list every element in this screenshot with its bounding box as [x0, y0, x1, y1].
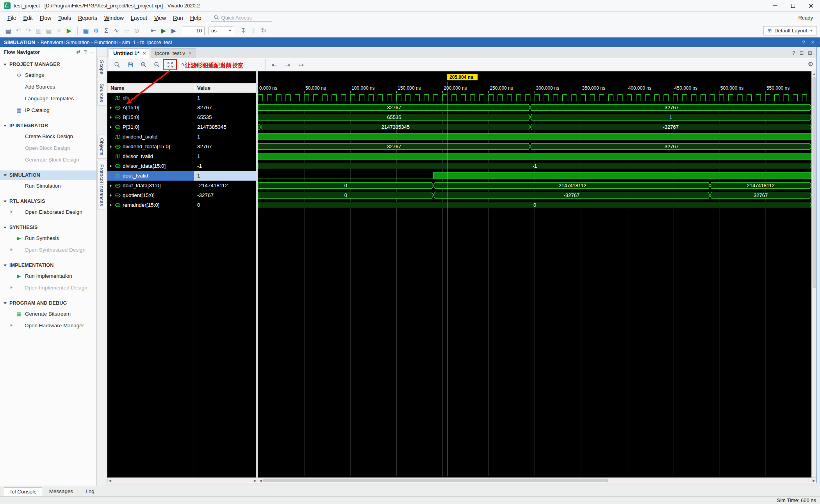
- menu-file[interactable]: File: [4, 13, 20, 23]
- menu-view[interactable]: View: [151, 13, 169, 23]
- scroll-left-icon[interactable]: ◀: [109, 479, 111, 483]
- expand-chevron-icon[interactable]: [110, 116, 112, 119]
- flow-section-header-rtl-analysis[interactable]: RTL ANALYSIS: [0, 197, 96, 206]
- waveform-canvas[interactable]: 0.000 ns50.000 ns100.000 ns150.000 ns200…: [258, 71, 811, 477]
- settings-icon[interactable]: ⚙: [91, 26, 101, 36]
- menu-edit[interactable]: Edit: [20, 13, 36, 23]
- flow-item-open-synthesized-design[interactable]: Open Synthesized Design: [0, 244, 96, 256]
- close-context-icon[interactable]: ×: [811, 39, 814, 45]
- signal-row-dividend-tvalid[interactable]: dividend_tvalid: [107, 132, 194, 142]
- wave-horizontal-scrollbar[interactable]: ◀ ▶: [258, 478, 816, 483]
- maximize-panel-icon[interactable]: ⊞: [808, 50, 812, 56]
- signal-row-p-31-0[interactable]: P[31:0]: [107, 122, 194, 132]
- menu-help[interactable]: Help: [187, 13, 205, 23]
- side-tab-sources[interactable]: Sources: [97, 80, 106, 106]
- redo-icon[interactable]: ↷: [23, 26, 34, 36]
- float-window-icon[interactable]: ⊡: [799, 50, 804, 56]
- close-tab-icon[interactable]: ×: [189, 50, 192, 56]
- bottom-tab-log[interactable]: Log: [80, 487, 100, 496]
- help-icon[interactable]: ?: [802, 39, 805, 45]
- flow-item-open-block-design[interactable]: Open Block Design: [0, 142, 96, 154]
- goto-end-icon[interactable]: ⇥: [281, 59, 294, 70]
- paste-icon[interactable]: ▤: [44, 26, 54, 36]
- close-tab-icon[interactable]: ×: [143, 50, 146, 56]
- search-icon[interactable]: [111, 59, 124, 70]
- expand-chevron-icon[interactable]: [110, 194, 112, 197]
- help-icon[interactable]: ?: [792, 50, 795, 56]
- run-icon[interactable]: ▶: [64, 26, 74, 36]
- bus-segment-p-31-0[interactable]: [258, 124, 261, 130]
- flow-section-header-implementation[interactable]: IMPLEMENTATION: [0, 261, 96, 270]
- vertical-scrollbar-thumb[interactable]: [813, 77, 816, 288]
- side-tab-objects[interactable]: Objects: [97, 135, 106, 159]
- expand-chevron-icon[interactable]: [110, 165, 112, 168]
- restart-icon[interactable]: ⇤: [148, 26, 159, 36]
- flow-item-create-block-design[interactable]: Create Block Design: [0, 130, 96, 142]
- scroll-right-icon[interactable]: ▶: [254, 479, 257, 483]
- maximize-button[interactable]: [784, 0, 802, 11]
- edit-icon[interactable]: ▱: [121, 26, 132, 36]
- menu-tools[interactable]: Tools: [55, 13, 75, 23]
- bottom-tab-messages[interactable]: Messages: [44, 487, 79, 496]
- flow-item-run-synthesis[interactable]: ▶Run Synthesis: [0, 232, 96, 244]
- menu-reports[interactable]: Reports: [75, 13, 101, 23]
- run-time-input[interactable]: 10: [183, 27, 205, 35]
- flow-item-run-simulation[interactable]: Run Simulation: [0, 180, 96, 192]
- signal-row-a-15-0[interactable]: A[15:0]: [107, 103, 194, 112]
- scalar-high-divisor-tvalid[interactable]: [258, 153, 811, 160]
- flow-item-add-sources[interactable]: Add Sources: [0, 81, 96, 92]
- signal-row-dout-tvalid[interactable]: dout_tvalid: [107, 171, 194, 181]
- disable-icon[interactable]: ⊘: [132, 26, 142, 36]
- layout-selector[interactable]: ⊞ Default Layout: [763, 26, 817, 35]
- delete-icon[interactable]: ×: [54, 26, 64, 36]
- run-all-icon[interactable]: ▶: [159, 26, 169, 36]
- flow-item-open-hardware-manager[interactable]: Open Hardware Manager: [0, 319, 96, 331]
- step-icon[interactable]: ↧: [238, 26, 248, 36]
- time-unit-select[interactable]: us: [209, 27, 234, 35]
- flow-item-ip-catalog[interactable]: ▦IP Catalog: [0, 104, 96, 116]
- relaunch-icon[interactable]: ↻: [258, 26, 269, 36]
- signal-row-dout-tdata-31-0[interactable]: dout_tdata[31:0]: [107, 181, 194, 190]
- side-tab-scope[interactable]: Scope: [97, 57, 106, 78]
- menu-flow[interactable]: Flow: [36, 13, 55, 23]
- expand-chevron-icon[interactable]: [110, 184, 112, 187]
- menu-window[interactable]: Window: [101, 13, 127, 23]
- zoom-out-icon[interactable]: [150, 59, 164, 70]
- clock-wave-clk[interactable]: [258, 95, 811, 101]
- menu-run[interactable]: Run: [169, 13, 187, 23]
- wave-settings-gear-icon[interactable]: ⚙: [808, 60, 813, 68]
- wave-icon[interactable]: ∿: [111, 26, 121, 36]
- help-icon[interactable]: ?: [84, 49, 87, 55]
- scroll-left-icon[interactable]: ◀: [259, 479, 262, 483]
- quick-access-search[interactable]: Quick Access: [211, 14, 272, 22]
- board-icon[interactable]: ▦: [81, 26, 91, 36]
- vertical-scrollbar[interactable]: ▲: [811, 71, 816, 477]
- pause-icon[interactable]: ‖: [248, 26, 258, 36]
- run-for-icon[interactable]: ▶: [169, 26, 179, 36]
- bottom-tab-tcl-console[interactable]: Tcl Console: [4, 487, 42, 496]
- undo-icon[interactable]: ↶: [13, 26, 23, 36]
- snap-to-transition-icon[interactable]: ↦: [294, 59, 308, 70]
- signal-row-dividend-tdata-15-0[interactable]: dividend_tdata[15:0]: [107, 142, 194, 151]
- open-icon[interactable]: ▤: [3, 26, 13, 36]
- editor-tab-ipcore-test-v[interactable]: ipcore_test.v×: [151, 48, 196, 58]
- minimize-button[interactable]: [766, 0, 784, 11]
- flow-section-header-program-and-debug[interactable]: PROGRAM AND DEBUG: [0, 298, 96, 308]
- flow-section-header-simulation[interactable]: SIMULATION: [0, 170, 96, 180]
- waveform-canvas-area[interactable]: 0.000 ns50.000 ns100.000 ns150.000 ns200…: [258, 71, 816, 477]
- flow-item-language-templates[interactable]: Language Templates: [0, 92, 96, 104]
- flow-section-header-ip-integrator[interactable]: IP INTEGRATOR: [0, 121, 96, 130]
- expand-chevron-icon[interactable]: [110, 126, 112, 129]
- flow-item-generate-bitstream[interactable]: ▦Generate Bitstream: [0, 308, 96, 319]
- save-icon[interactable]: [124, 59, 137, 70]
- signal-row-divisor-tvalid[interactable]: divisor_tvalid: [107, 151, 194, 161]
- expand-chevron-icon[interactable]: [110, 145, 112, 148]
- collapse-panel-icon[interactable]: –: [90, 49, 93, 55]
- flow-section-header-synthesis[interactable]: SYNTHESIS: [0, 223, 96, 232]
- names-horizontal-scrollbar[interactable]: ◀ ▶: [107, 478, 258, 483]
- flow-item-open-elaborated-design[interactable]: Open Elaborated Design: [0, 206, 96, 218]
- signal-row-clk[interactable]: clk: [107, 93, 194, 103]
- copy-icon[interactable]: ▥: [34, 26, 44, 36]
- side-tab-protocol-instances[interactable]: Protocol Instances: [97, 161, 106, 209]
- close-button[interactable]: [802, 0, 820, 11]
